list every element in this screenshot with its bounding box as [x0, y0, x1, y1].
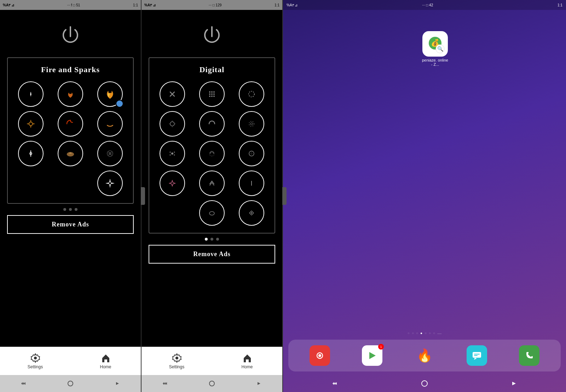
d-btn-3-2[interactable] — [199, 141, 225, 166]
phone-body-1: Fire and Sparks — [0, 10, 141, 347]
dot-2-2[interactable] — [210, 238, 213, 241]
d-circle-3-2[interactable] — [194, 141, 230, 166]
power-icon-1[interactable] — [58, 24, 83, 50]
circle-item-2-2[interactable] — [53, 111, 88, 137]
d-btn-4-2[interactable] — [199, 171, 225, 196]
d-circle-1-1[interactable] — [155, 81, 190, 107]
dot-indicators-2 — [205, 238, 219, 241]
circle-item-2-1[interactable] — [13, 111, 48, 137]
d-btn-4-3[interactable] — [239, 171, 264, 196]
d-btn-2-2[interactable] — [199, 111, 225, 137]
circle-btn-1-2[interactable] — [58, 81, 83, 107]
nav-bar-2 — [142, 375, 282, 392]
d-btn-3-1[interactable] — [160, 141, 185, 166]
nav-home-2[interactable]: Home — [212, 347, 282, 375]
circle-content-1-2 — [58, 82, 82, 106]
android-nav-back[interactable] — [328, 376, 342, 391]
d-btn-5-3[interactable] — [239, 200, 264, 226]
d-btn-4-1[interactable] — [160, 171, 185, 196]
android-nav-home[interactable] — [417, 376, 432, 391]
d-circle-3-3[interactable] — [234, 141, 269, 166]
circle-item-3-3[interactable] — [92, 141, 128, 166]
circle-btn-3-3[interactable] — [97, 141, 123, 166]
d-circle-1-3[interactable] — [234, 81, 269, 107]
nav-forward-2[interactable] — [252, 376, 266, 391]
d-circle-4-2[interactable] — [194, 171, 230, 196]
status-center-2: ··· □ 129 — [209, 3, 222, 7]
circle-btn-1-3[interactable] — [97, 81, 123, 107]
d-btn-1-2[interactable] — [199, 81, 225, 107]
d-btn-1-3[interactable] — [239, 81, 264, 107]
digital-circles-grid — [155, 81, 269, 226]
svg-point-18 — [213, 96, 215, 97]
circle-btn-4-3[interactable] — [97, 171, 123, 196]
indicator-7: ○ — [433, 331, 435, 336]
d-circle-1-2[interactable] — [194, 81, 230, 107]
remove-ads-btn-2[interactable]: Remove Ads — [149, 245, 275, 264]
circle-btn-2-2[interactable] — [58, 111, 83, 137]
nav-home-1[interactable]: Home — [70, 347, 141, 375]
nav-circle-2[interactable] — [205, 376, 219, 391]
d-circle-4-1[interactable] — [155, 171, 190, 196]
dot-2-3[interactable] — [216, 238, 219, 241]
circle-item-3-2[interactable] — [53, 141, 88, 166]
side-handle-2 — [282, 187, 287, 205]
status-right-1: 1:1 — [133, 3, 138, 7]
nav-settings-2[interactable]: Settings — [142, 347, 212, 375]
dock-phone[interactable] — [519, 345, 539, 366]
svg-point-26 — [170, 155, 171, 156]
d-circle-2-2[interactable] — [194, 111, 230, 137]
circle-btn-3-1[interactable] — [18, 141, 44, 166]
circle-btn-3-2[interactable] — [58, 141, 83, 166]
d-btn-1-1[interactable] — [160, 81, 185, 107]
d-btn-2-3[interactable] — [239, 111, 264, 137]
android-nav-recents[interactable] — [507, 376, 521, 391]
dot-1-1[interactable] — [63, 208, 66, 211]
dot-1-3[interactable] — [75, 208, 77, 211]
nav-back-2[interactable] — [158, 376, 172, 391]
circle-item-3-1[interactable] — [13, 141, 48, 166]
peniaze-app-icon[interactable]: 💰 🔍 — [422, 31, 448, 57]
nav-forward-1[interactable] — [110, 376, 125, 391]
circle-item-2-3[interactable] — [92, 111, 128, 137]
d-circle-2-3[interactable] — [234, 111, 269, 137]
d-circle-5-3[interactable] — [234, 200, 269, 226]
status-bar-1: %A٣ ⊿ ··· f □ 51 1:1 — [0, 0, 141, 10]
svg-point-27 — [174, 155, 175, 156]
circle-btn-2-3[interactable] — [97, 111, 123, 137]
svg-point-12 — [213, 91, 215, 93]
power-icon-2[interactable] — [200, 24, 224, 50]
nav-back-1[interactable] — [16, 376, 30, 391]
remove-ads-btn-1[interactable]: Remove Ads — [7, 215, 134, 234]
circle-item-1-2[interactable] — [53, 81, 88, 107]
dot-1-2[interactable] — [69, 208, 72, 211]
nav-circle-1[interactable] — [63, 376, 77, 391]
phone-icon — [523, 349, 536, 362]
d-btn-5-2[interactable] — [199, 200, 225, 226]
nav-home-label-2: Home — [241, 364, 253, 369]
svg-point-15 — [213, 93, 215, 95]
circle-item-4-3[interactable] — [92, 171, 128, 196]
d-circle-2-1[interactable] — [155, 111, 190, 137]
dock-camera[interactable] — [310, 345, 330, 366]
dot-2-1[interactable] — [205, 238, 208, 241]
android-status-center: ··· □ 42 — [422, 3, 433, 7]
circle-btn-2-1[interactable] — [18, 111, 44, 137]
nav-settings-1[interactable]: Settings — [0, 347, 70, 375]
android-panel: %A٣ ⊿ ··· □ 42 1:1 💰 🔍 peniaze. online -… — [283, 0, 566, 392]
app-icon-container[interactable]: 💰 🔍 peniaze. online - Z... — [421, 31, 449, 67]
status-left-2: %A٣ ⊿ — [144, 3, 156, 7]
fire-emoji: 🔥 — [417, 348, 433, 363]
d-btn-3-3[interactable] — [239, 141, 264, 166]
d-btn-2-1[interactable] — [160, 111, 185, 137]
d-circle-5-2[interactable] — [194, 200, 230, 226]
bottom-nav-1: Settings Home — [0, 347, 141, 375]
circle-btn-1-1[interactable] — [18, 81, 44, 107]
dock-fire[interactable]: 🔥 — [414, 345, 435, 366]
dock-playstore[interactable]: 1 — [362, 345, 382, 366]
circle-item-1-1[interactable] — [13, 81, 48, 107]
dock-messages[interactable] — [467, 345, 487, 366]
circle-item-1-3[interactable] — [92, 81, 128, 107]
d-circle-4-3[interactable] — [234, 171, 269, 196]
d-circle-3-1[interactable] — [155, 141, 190, 166]
